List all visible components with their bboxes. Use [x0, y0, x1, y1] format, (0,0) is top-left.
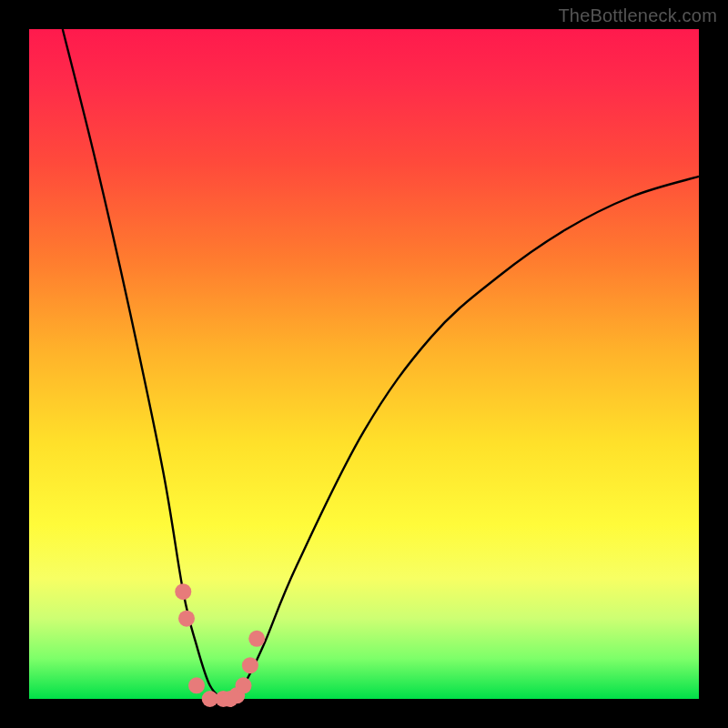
marker-point — [242, 657, 258, 673]
marker-point — [248, 631, 265, 647]
attribution-text: TheBottleneck.com — [558, 5, 717, 26]
plot-area — [29, 29, 699, 699]
marker-point — [178, 611, 195, 627]
bottleneck-curve — [63, 29, 699, 701]
marker-point — [175, 583, 191, 600]
bottleneck-curve-svg — [29, 29, 699, 699]
marker-point — [188, 677, 205, 693]
highlighted-points — [175, 583, 265, 707]
marker-point — [236, 677, 252, 693]
chart-frame: TheBottleneck.com — [0, 0, 728, 728]
